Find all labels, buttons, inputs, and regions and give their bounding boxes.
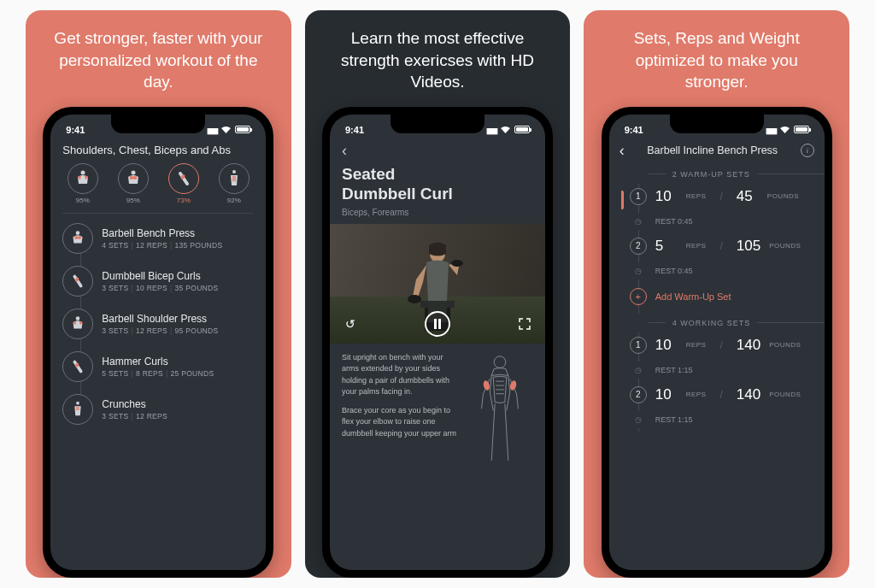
battery-icon [794, 126, 809, 133]
signal-icon [486, 125, 496, 135]
promo-panel-3: Sets, Reps and Weight optimized to make … [584, 10, 849, 578]
muscle-biceps[interactable]: 73% [168, 163, 199, 204]
exercise-icon [62, 223, 93, 254]
exercise-title: Barbell Incline Bench Press [647, 144, 778, 156]
headline-3: Sets, Reps and Weight optimized to make … [584, 27, 849, 107]
timer-icon: ◷ [630, 362, 647, 379]
set-row[interactable]: 1 10 REPS / 140 POUNDS [621, 332, 813, 358]
svg-point-16 [76, 316, 80, 320]
back-button[interactable]: ‹ [620, 142, 625, 160]
svg-rect-7 [234, 176, 236, 178]
wifi-icon [500, 126, 511, 134]
plus-icon: + [630, 288, 647, 305]
muscle-group-row: 95% 95% 73% 92% [50, 163, 266, 209]
add-warmup-button[interactable]: + Add Warm-Up Set [621, 283, 813, 314]
svg-rect-29 [434, 319, 437, 329]
phone-frame-3: 9:41 ‹ Barbell Incline Bench Press i 2 W… [602, 107, 832, 578]
exercise-muscles: Biceps, Forearms [330, 204, 545, 224]
battery-icon [235, 126, 250, 133]
signal-icon [207, 125, 217, 135]
warmup-set-list: 1 10 REPS / 45 POUNDS ◷ REST 0:45 2 5 RE… [609, 184, 825, 314]
exercise-icon [62, 266, 93, 297]
exercise-title: Seated Dumbbell Curl [330, 160, 545, 204]
battery-icon [514, 126, 530, 133]
svg-point-12 [76, 231, 80, 235]
rest-row: ◷ REST 0:45 [621, 209, 813, 233]
info-icon[interactable]: i [801, 144, 814, 157]
svg-rect-20 [79, 407, 80, 409]
exercise-icon [62, 309, 93, 339]
svg-rect-10 [232, 179, 234, 181]
svg-point-1 [131, 170, 135, 174]
svg-rect-6 [232, 176, 234, 178]
timer-icon: ◷ [630, 213, 647, 230]
timer-icon: ◷ [630, 262, 647, 279]
exercise-row[interactable]: Crunches 3 SETS|12 REPS [59, 388, 257, 431]
rest-row: ◷ REST 1:15 [621, 358, 813, 382]
working-set-list: 1 10 REPS / 140 POUNDS ◷ REST 1:15 2 10 … [609, 332, 825, 432]
warmup-section-label: 2 WARM-UP SETS [609, 165, 825, 184]
anatomy-diagram [467, 352, 533, 469]
exercise-list: Barbell Bench Press 4 SETS|12 REPS|135 P… [50, 217, 266, 431]
svg-rect-30 [438, 319, 441, 329]
promo-panel-1: Get stronger, faster with your personali… [26, 10, 291, 578]
headline-2: Learn the most effective strength exeric… [305, 27, 571, 107]
muscle-chest[interactable]: 95% [118, 163, 149, 204]
exercise-row[interactable]: Barbell Bench Press 4 SETS|12 REPS|135 P… [59, 217, 257, 260]
svg-point-27 [408, 295, 421, 303]
wifi-icon [779, 126, 790, 134]
exercise-row[interactable]: Barbell Shoulder Press 3 SETS|12 REPS|95… [59, 303, 257, 345]
status-time: 9:41 [66, 125, 85, 135]
video-player[interactable]: ↺ [330, 224, 545, 344]
exercise-icon [62, 394, 93, 425]
svg-point-33 [509, 379, 518, 391]
phone-frame-2: 9:41 ‹ Seated Dumbbell Curl Biceps, Fore… [322, 107, 553, 578]
timer-icon: ◷ [630, 411, 647, 428]
fullscreen-icon[interactable] [514, 314, 535, 334]
back-button[interactable]: ‹ [330, 140, 545, 160]
pause-button[interactable] [425, 311, 450, 337]
svg-rect-22 [79, 409, 80, 410]
svg-point-26 [451, 260, 463, 267]
rewind-icon[interactable]: ↺ [340, 314, 361, 334]
muscle-abs[interactable]: 92% [219, 163, 250, 204]
svg-point-32 [483, 379, 491, 391]
svg-rect-21 [76, 409, 78, 410]
svg-point-18 [76, 402, 79, 405]
wifi-icon [220, 126, 232, 134]
svg-rect-8 [232, 178, 234, 179]
svg-point-5 [232, 170, 236, 173]
set-row[interactable]: 2 10 REPS / 140 POUNDS [621, 382, 813, 408]
exercise-description: Sit upright on bench with your arms exte… [342, 352, 458, 469]
svg-point-3 [132, 176, 137, 179]
headline-1: Get stronger, faster with your personali… [26, 27, 291, 107]
promo-panel-2: Learn the most effective strength exeric… [305, 10, 571, 578]
set-row[interactable]: 2 5 REPS / 105 POUNDS [621, 233, 813, 259]
svg-point-31 [494, 356, 506, 368]
svg-rect-11 [234, 179, 236, 181]
set-row[interactable]: 1 10 REPS / 45 POUNDS [621, 184, 813, 209]
svg-point-0 [80, 170, 85, 174]
svg-point-14 [78, 236, 82, 239]
svg-rect-9 [234, 178, 236, 179]
workout-title: Shoulders, Chest, Biceps and Abs [50, 140, 266, 163]
signal-icon [766, 125, 776, 135]
working-section-label: 4 WORKING SETS [609, 314, 825, 332]
rest-row: ◷ REST 0:45 [621, 259, 813, 283]
exercise-icon [62, 351, 93, 382]
rest-row: ◷ REST 1:15 [621, 408, 813, 432]
exercise-row[interactable]: Hammer Curls 5 SETS|8 REPS|25 POUNDS [59, 345, 257, 388]
muscle-shoulders[interactable]: 95% [68, 163, 98, 204]
svg-rect-19 [76, 407, 78, 409]
phone-frame-1: 9:41 Shoulders, Chest, Biceps and Abs 95… [43, 107, 273, 578]
exercise-row[interactable]: Dumbbell Bicep Curls 3 SETS|10 REPS|35 P… [59, 260, 257, 303]
